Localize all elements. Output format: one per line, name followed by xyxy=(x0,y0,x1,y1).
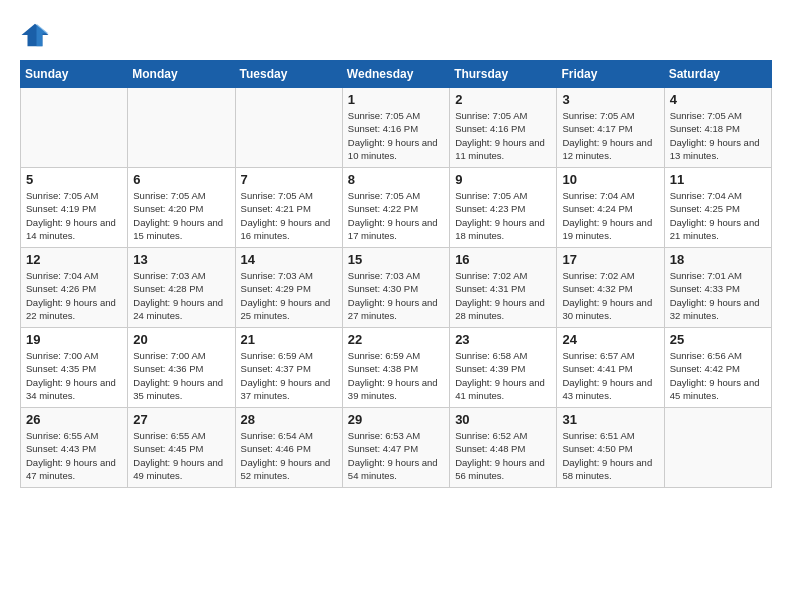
header-tuesday: Tuesday xyxy=(235,61,342,88)
calendar-cell: 23Sunrise: 6:58 AMSunset: 4:39 PMDayligh… xyxy=(450,328,557,408)
cell-details: Sunrise: 7:04 AMSunset: 4:24 PMDaylight:… xyxy=(562,189,658,242)
cell-details: Sunrise: 6:53 AMSunset: 4:47 PMDaylight:… xyxy=(348,429,444,482)
cell-details: Sunrise: 7:02 AMSunset: 4:32 PMDaylight:… xyxy=(562,269,658,322)
day-number: 18 xyxy=(670,252,766,267)
header-monday: Monday xyxy=(128,61,235,88)
calendar-cell: 26Sunrise: 6:55 AMSunset: 4:43 PMDayligh… xyxy=(21,408,128,488)
cell-details: Sunrise: 6:59 AMSunset: 4:37 PMDaylight:… xyxy=(241,349,337,402)
calendar-cell: 20Sunrise: 7:00 AMSunset: 4:36 PMDayligh… xyxy=(128,328,235,408)
calendar-cell: 25Sunrise: 6:56 AMSunset: 4:42 PMDayligh… xyxy=(664,328,771,408)
cell-details: Sunrise: 6:56 AMSunset: 4:42 PMDaylight:… xyxy=(670,349,766,402)
day-number: 2 xyxy=(455,92,551,107)
header-wednesday: Wednesday xyxy=(342,61,449,88)
cell-details: Sunrise: 7:05 AMSunset: 4:19 PMDaylight:… xyxy=(26,189,122,242)
day-number: 7 xyxy=(241,172,337,187)
calendar-cell: 2Sunrise: 7:05 AMSunset: 4:16 PMDaylight… xyxy=(450,88,557,168)
calendar-cell: 7Sunrise: 7:05 AMSunset: 4:21 PMDaylight… xyxy=(235,168,342,248)
cell-details: Sunrise: 6:57 AMSunset: 4:41 PMDaylight:… xyxy=(562,349,658,402)
day-number: 28 xyxy=(241,412,337,427)
cell-details: Sunrise: 7:05 AMSunset: 4:23 PMDaylight:… xyxy=(455,189,551,242)
cell-details: Sunrise: 7:05 AMSunset: 4:17 PMDaylight:… xyxy=(562,109,658,162)
day-number: 10 xyxy=(562,172,658,187)
day-number: 8 xyxy=(348,172,444,187)
calendar-cell: 12Sunrise: 7:04 AMSunset: 4:26 PMDayligh… xyxy=(21,248,128,328)
header-thursday: Thursday xyxy=(450,61,557,88)
day-number: 29 xyxy=(348,412,444,427)
cell-details: Sunrise: 7:01 AMSunset: 4:33 PMDaylight:… xyxy=(670,269,766,322)
header-friday: Friday xyxy=(557,61,664,88)
day-number: 15 xyxy=(348,252,444,267)
calendar-week-row: 1Sunrise: 7:05 AMSunset: 4:16 PMDaylight… xyxy=(21,88,772,168)
calendar-cell: 4Sunrise: 7:05 AMSunset: 4:18 PMDaylight… xyxy=(664,88,771,168)
cell-details: Sunrise: 7:05 AMSunset: 4:21 PMDaylight:… xyxy=(241,189,337,242)
day-number: 23 xyxy=(455,332,551,347)
cell-details: Sunrise: 7:00 AMSunset: 4:35 PMDaylight:… xyxy=(26,349,122,402)
day-number: 6 xyxy=(133,172,229,187)
calendar-cell: 18Sunrise: 7:01 AMSunset: 4:33 PMDayligh… xyxy=(664,248,771,328)
cell-details: Sunrise: 7:00 AMSunset: 4:36 PMDaylight:… xyxy=(133,349,229,402)
calendar-cell: 6Sunrise: 7:05 AMSunset: 4:20 PMDaylight… xyxy=(128,168,235,248)
cell-details: Sunrise: 7:04 AMSunset: 4:25 PMDaylight:… xyxy=(670,189,766,242)
calendar-cell: 13Sunrise: 7:03 AMSunset: 4:28 PMDayligh… xyxy=(128,248,235,328)
day-number: 21 xyxy=(241,332,337,347)
cell-details: Sunrise: 6:59 AMSunset: 4:38 PMDaylight:… xyxy=(348,349,444,402)
logo-icon xyxy=(20,20,50,50)
calendar-cell: 3Sunrise: 7:05 AMSunset: 4:17 PMDaylight… xyxy=(557,88,664,168)
calendar-cell: 8Sunrise: 7:05 AMSunset: 4:22 PMDaylight… xyxy=(342,168,449,248)
calendar-cell: 21Sunrise: 6:59 AMSunset: 4:37 PMDayligh… xyxy=(235,328,342,408)
day-number: 5 xyxy=(26,172,122,187)
day-number: 31 xyxy=(562,412,658,427)
svg-marker-0 xyxy=(22,24,49,47)
day-number: 27 xyxy=(133,412,229,427)
day-number: 17 xyxy=(562,252,658,267)
cell-details: Sunrise: 6:58 AMSunset: 4:39 PMDaylight:… xyxy=(455,349,551,402)
day-number: 25 xyxy=(670,332,766,347)
calendar-cell: 28Sunrise: 6:54 AMSunset: 4:46 PMDayligh… xyxy=(235,408,342,488)
calendar-cell: 19Sunrise: 7:00 AMSunset: 4:35 PMDayligh… xyxy=(21,328,128,408)
day-number: 12 xyxy=(26,252,122,267)
cell-details: Sunrise: 7:05 AMSunset: 4:16 PMDaylight:… xyxy=(455,109,551,162)
day-number: 24 xyxy=(562,332,658,347)
logo xyxy=(20,20,54,50)
calendar-cell xyxy=(128,88,235,168)
calendar-cell: 14Sunrise: 7:03 AMSunset: 4:29 PMDayligh… xyxy=(235,248,342,328)
cell-details: Sunrise: 6:55 AMSunset: 4:43 PMDaylight:… xyxy=(26,429,122,482)
calendar-cell: 22Sunrise: 6:59 AMSunset: 4:38 PMDayligh… xyxy=(342,328,449,408)
cell-details: Sunrise: 7:03 AMSunset: 4:29 PMDaylight:… xyxy=(241,269,337,322)
day-number: 4 xyxy=(670,92,766,107)
calendar-cell: 9Sunrise: 7:05 AMSunset: 4:23 PMDaylight… xyxy=(450,168,557,248)
calendar-cell: 5Sunrise: 7:05 AMSunset: 4:19 PMDaylight… xyxy=(21,168,128,248)
day-number: 16 xyxy=(455,252,551,267)
calendar-cell: 24Sunrise: 6:57 AMSunset: 4:41 PMDayligh… xyxy=(557,328,664,408)
cell-details: Sunrise: 7:04 AMSunset: 4:26 PMDaylight:… xyxy=(26,269,122,322)
day-number: 11 xyxy=(670,172,766,187)
calendar-cell: 15Sunrise: 7:03 AMSunset: 4:30 PMDayligh… xyxy=(342,248,449,328)
page-header xyxy=(20,20,772,50)
calendar-cell: 11Sunrise: 7:04 AMSunset: 4:25 PMDayligh… xyxy=(664,168,771,248)
calendar-cell: 27Sunrise: 6:55 AMSunset: 4:45 PMDayligh… xyxy=(128,408,235,488)
cell-details: Sunrise: 6:55 AMSunset: 4:45 PMDaylight:… xyxy=(133,429,229,482)
cell-details: Sunrise: 7:02 AMSunset: 4:31 PMDaylight:… xyxy=(455,269,551,322)
day-number: 19 xyxy=(26,332,122,347)
cell-details: Sunrise: 7:05 AMSunset: 4:22 PMDaylight:… xyxy=(348,189,444,242)
calendar-cell: 10Sunrise: 7:04 AMSunset: 4:24 PMDayligh… xyxy=(557,168,664,248)
header-saturday: Saturday xyxy=(664,61,771,88)
day-number: 26 xyxy=(26,412,122,427)
cell-details: Sunrise: 6:54 AMSunset: 4:46 PMDaylight:… xyxy=(241,429,337,482)
cell-details: Sunrise: 7:05 AMSunset: 4:16 PMDaylight:… xyxy=(348,109,444,162)
day-number: 9 xyxy=(455,172,551,187)
calendar-cell: 17Sunrise: 7:02 AMSunset: 4:32 PMDayligh… xyxy=(557,248,664,328)
cell-details: Sunrise: 7:03 AMSunset: 4:28 PMDaylight:… xyxy=(133,269,229,322)
day-number: 1 xyxy=(348,92,444,107)
day-number: 3 xyxy=(562,92,658,107)
cell-details: Sunrise: 7:03 AMSunset: 4:30 PMDaylight:… xyxy=(348,269,444,322)
calendar-week-row: 5Sunrise: 7:05 AMSunset: 4:19 PMDaylight… xyxy=(21,168,772,248)
day-number: 30 xyxy=(455,412,551,427)
calendar-cell xyxy=(21,88,128,168)
day-number: 20 xyxy=(133,332,229,347)
calendar-cell: 1Sunrise: 7:05 AMSunset: 4:16 PMDaylight… xyxy=(342,88,449,168)
calendar-week-row: 19Sunrise: 7:00 AMSunset: 4:35 PMDayligh… xyxy=(21,328,772,408)
header-sunday: Sunday xyxy=(21,61,128,88)
calendar-cell: 16Sunrise: 7:02 AMSunset: 4:31 PMDayligh… xyxy=(450,248,557,328)
calendar-table: SundayMondayTuesdayWednesdayThursdayFrid… xyxy=(20,60,772,488)
